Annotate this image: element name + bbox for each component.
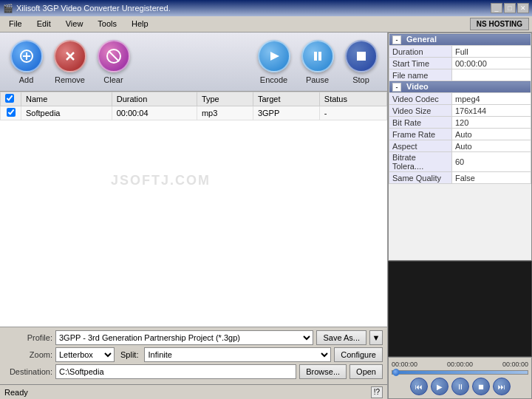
browse-button[interactable]: Browse... [299,364,347,379]
seek-bar[interactable] [392,370,528,375]
prop-key-aspect: Aspect [389,140,452,152]
menu-tools[interactable]: Tools [92,18,123,30]
prop-val-duration[interactable]: Full [452,46,531,58]
stop-label: Stop [352,75,369,84]
row-checkbox-cell[interactable] [1,106,21,120]
row-checkbox[interactable] [7,108,16,117]
col-type: Type [197,92,253,106]
zoom-label: Zoom: [4,350,52,359]
video-section-row: - Video [389,81,531,93]
prop-key-same-quality: Same Quality [389,172,452,184]
pause-label: Pause [306,75,329,84]
svg-rect-8 [314,52,317,61]
bottom-controls: Profile: 3GPP - 3rd Generation Partnersh… [0,327,387,384]
time-row: 00:00:00 00:00:00 00:00:00 [392,361,528,368]
app-icon: 🎬 [3,4,13,13]
destination-input[interactable] [55,364,296,379]
video-toggle[interactable]: - [392,83,401,92]
prop-row-video-size: Video Size 176x144 [389,105,531,117]
prop-key-duration: Duration [389,46,452,58]
prop-val-video-size[interactable]: 176x144 [452,105,531,117]
prop-val-same-quality[interactable]: False [452,172,531,184]
prop-row-bitrate-tolerance: Bitrate Tolera.... 60 [389,152,531,172]
add-label: Add [19,75,34,84]
add-button[interactable]: Add [6,40,47,84]
title-bar: 🎬 Xilisoft 3GP Video Converter Unregiste… [0,0,532,16]
stop-playback-button[interactable]: ⏹ [472,378,490,395]
clear-button[interactable]: Clear [93,40,134,84]
video-preview [388,261,532,357]
general-toggle[interactable]: - [392,35,401,44]
menu-file[interactable]: File [3,18,28,30]
file-list: JSOFTJ.COM Name Duration Type Target Sta… [0,92,387,327]
split-select[interactable]: Infinite [144,347,331,362]
menu-bar: File Edit View Tools Help NS HOSTING [0,16,532,33]
prop-key-bitrate-tolerance: Bitrate Tolera.... [389,152,452,172]
save-as-button[interactable]: Save As... [316,330,366,345]
pause-button[interactable]: Pause [297,40,338,84]
svg-line-6 [109,51,119,61]
play-button[interactable]: ▶ [431,378,449,395]
prop-row-aspect: Aspect Auto [389,140,531,152]
menu-view[interactable]: View [60,18,89,30]
open-button[interactable]: Open [349,364,383,379]
main-container: Add Remove Clear Encode [0,33,532,399]
prop-val-start-time[interactable]: 00:00:00 [452,58,531,69]
row-status: - [319,106,386,120]
stop-icon [345,40,378,72]
properties-panel: - General Duration Full Start Time 00:00… [388,33,532,261]
menu-edit[interactable]: Edit [31,18,57,30]
svg-rect-9 [318,52,321,61]
col-status: Status [319,92,386,106]
video-section-label: Video [406,82,429,91]
prop-key-video-size: Video Size [389,105,452,117]
prop-val-bitrate-tolerance[interactable]: 60 [452,152,531,172]
skip-forward-button[interactable]: ⏭ [493,378,511,395]
playback-buttons: ⏮ ▶ ⏸ ⏹ ⏭ [392,378,528,395]
zoom-select[interactable]: Letterbox [55,347,115,362]
prop-val-frame-rate[interactable]: Auto [452,129,531,140]
clear-label: Clear [103,75,123,84]
prop-val-file-name[interactable] [452,69,531,81]
remove-button[interactable]: Remove [50,40,90,84]
title-bar-left: 🎬 Xilisoft 3GP Video Converter Unregiste… [3,4,171,13]
svg-rect-10 [357,52,366,61]
prop-key-video-codec: Video Codec [389,93,452,105]
maximize-button[interactable]: □ [504,3,516,13]
seek-thumb[interactable] [392,369,400,376]
prop-val-bit-rate[interactable]: 120 [452,117,531,129]
clear-icon [98,40,130,72]
add-icon [10,40,43,72]
time-current: 00:00:00 [447,361,473,368]
remove-icon [54,40,86,72]
row-duration: 00:00:04 [112,106,197,120]
prop-row-video-codec: Video Codec mpeg4 [389,93,531,105]
split-label: Split: [120,350,138,359]
profile-row: Profile: 3GPP - 3rd Generation Partnersh… [4,330,383,345]
remove-label: Remove [55,75,85,84]
col-name: Name [21,92,112,106]
profile-dropdown-button[interactable]: ▼ [369,330,383,345]
encode-button[interactable]: Encode [253,40,294,84]
minimize-button[interactable]: _ [491,3,502,13]
select-all-checkbox[interactable] [5,94,14,103]
prop-row-bit-rate: Bit Rate 120 [389,117,531,129]
menu-help[interactable]: Help [126,18,154,30]
prop-val-aspect[interactable]: Auto [452,140,531,152]
left-panel: Add Remove Clear Encode [0,33,388,399]
row-type: mp3 [197,106,253,120]
pause-playback-button[interactable]: ⏸ [451,378,469,395]
prop-val-video-codec[interactable]: mpeg4 [452,93,531,105]
skip-back-button[interactable]: ⏮ [410,378,428,395]
stop-button[interactable]: Stop [341,40,381,84]
svg-marker-7 [270,52,279,61]
watermark: JSOFTJ.COM [111,173,211,188]
help-button[interactable]: !? [371,386,383,398]
row-target: 3GPP [253,106,319,120]
profile-select[interactable]: 3GPP - 3rd Generation Partnership Projec… [55,330,313,345]
time-start: 00:00:00 [392,361,417,368]
table-row[interactable]: Softpedia 00:00:04 mp3 3GPP - [1,106,387,120]
props-table: - General Duration Full Start Time 00:00… [389,33,531,184]
configure-button[interactable]: Configure [334,347,383,362]
close-button[interactable]: ✕ [517,3,529,13]
